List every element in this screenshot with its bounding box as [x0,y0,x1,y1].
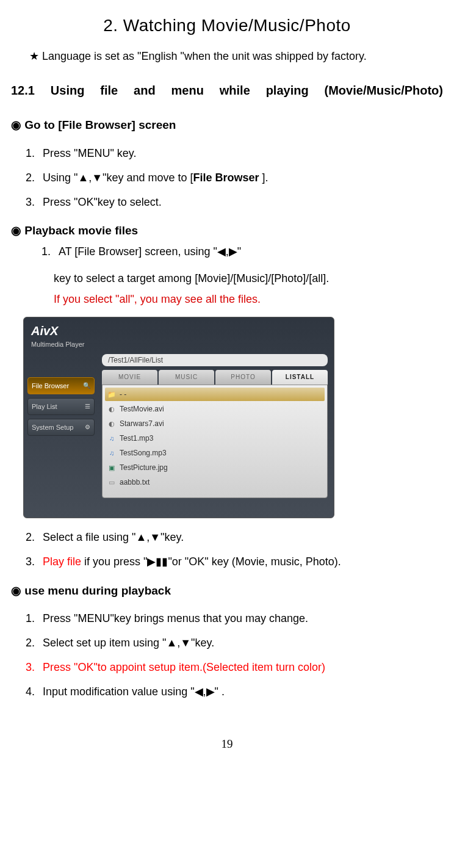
list-item[interactable]: ▣ TestPicture.jpg [105,461,325,474]
breadcrumb-path: /Test1/AllFile/List [102,354,328,366]
tab-bar: MOVIE MUSIC PHOTO LISTALL [102,370,328,385]
steps-menu: Press "MENU"key brings menus that you ma… [11,610,443,701]
section-heading-12-1: 12.1 Using file and menu while playing (… [11,81,443,100]
step-2-post: ]. [259,172,268,184]
playback-line-2: key to select a target among [Movie]/[Mu… [54,268,443,289]
file-browser-screenshot: AivX Multimedia Player File Browser 🔍 Pl… [23,317,334,518]
step-2: Using "▲,▼"key and move to [File Browser… [38,170,443,187]
tab-listall[interactable]: LISTALL [272,370,328,385]
post-step-2: Select a file using "▲,▼"key. [38,529,443,546]
list-item[interactable]: ◐ TestMovie.avi [105,402,325,416]
step-2-pre: Using "▲,▼"key and move to [ [43,172,193,184]
sidebar-item-play-list[interactable]: Play List ☰ [27,398,95,415]
file-name: - - [120,389,126,400]
menu-step-3: Press "OK"to appoint setup item.(Selecte… [38,659,443,676]
gear-icon: ⚙ [85,422,90,432]
heading-file-browser: Go to [File Browser] screen [11,116,443,134]
file-name: TestPicture.jpg [120,462,168,474]
heading-playback: Playback movie files [11,222,443,239]
screenshot-body: File Browser 🔍 Play List ☰ System Setup … [24,354,334,513]
list-item[interactable]: ◐ Starwars7.avi [105,417,325,430]
step-1: Press "MENU" key. [38,145,443,162]
steps-playback-intro: AT [File Browser] screen, using "◀,▶" [11,244,443,261]
playback-step-1: AT [File Browser] screen, using "◀,▶" [54,244,443,261]
list-item[interactable]: ♫ TestSong.mp3 [105,446,325,460]
sidebar-item-label: File Browser [32,381,69,391]
post-step-3: Play file if you press "▶▮▮"or "OK" key … [38,554,443,571]
menu-step-1: Press "MENU"key brings menus that you ma… [38,610,443,627]
file-name: Starwars7.avi [120,418,164,430]
sidebar-item-label: System Setup [32,422,73,433]
playback-sub-lines: key to select a target among [Movie]/[Mu… [54,268,443,309]
heading-menu-playback: use menu during playback [11,582,443,599]
factory-language-note: ★ Language is set as "English "when the … [29,48,443,65]
file-browser-label: File Browser [193,172,259,184]
document-icon: ▭ [107,478,116,486]
playback-line-3: If you select "all", you may see all the… [54,289,443,309]
search-icon: 🔍 [83,381,90,391]
menu-step-2: Select set up item using "▲,▼"key. [38,635,443,652]
image-icon: ▣ [107,463,116,472]
file-name: TestSong.mp3 [120,447,167,459]
list-item[interactable]: ▭ aabbb.txt [105,476,325,489]
sidebar: File Browser 🔍 Play List ☰ System Setup … [24,354,98,513]
sidebar-item-file-browser[interactable]: File Browser 🔍 [27,377,95,394]
file-name: Test1.mp3 [120,433,153,444]
music-icon: ♫ [107,434,116,443]
brand-logo: AivX [31,324,58,338]
list-item[interactable]: ♫ Test1.mp3 [105,432,325,445]
movie-icon: ◐ [107,405,116,413]
page-title: 2. Watching Movie/Music/Photo [11,12,443,38]
list-item-up[interactable]: 📁 - - [105,388,325,401]
tab-movie[interactable]: MOVIE [102,370,157,385]
tab-music[interactable]: MUSIC [159,370,214,385]
list-icon: ☰ [85,402,90,411]
sidebar-item-label: Play List [32,402,57,412]
sidebar-item-system-setup[interactable]: System Setup ⚙ [27,419,95,436]
file-name: aabbb.txt [120,477,150,488]
tab-photo[interactable]: PHOTO [215,370,271,385]
menu-step-4: Input modification value using "◀,▶" . [38,684,443,701]
page-number: 19 [11,735,443,753]
file-list: 📁 - - ◐ TestMovie.avi ◐ Starwars7.avi ♫ … [102,385,328,498]
screenshot-header: AivX Multimedia Player [24,317,334,354]
step-3: Press "OK"key to select. [38,194,443,211]
play-file-text: Play file [43,555,81,568]
movie-icon: ◐ [107,419,116,428]
music-icon: ♫ [107,449,116,457]
screenshot-main: /Test1/AllFile/List MOVIE MUSIC PHOTO LI… [98,354,334,513]
brand-subtitle: Multimedia Player [31,339,84,350]
folder-icon: 📁 [107,390,116,399]
steps-post-shot: Select a file using "▲,▼"key. Play file … [11,529,443,571]
file-name: TestMovie.avi [120,403,164,415]
post-step-3-rest: if you press "▶▮▮"or "OK" key (Movie, mu… [81,555,341,568]
steps-file-browser: Press "MENU" key. Using "▲,▼"key and mov… [11,145,443,211]
